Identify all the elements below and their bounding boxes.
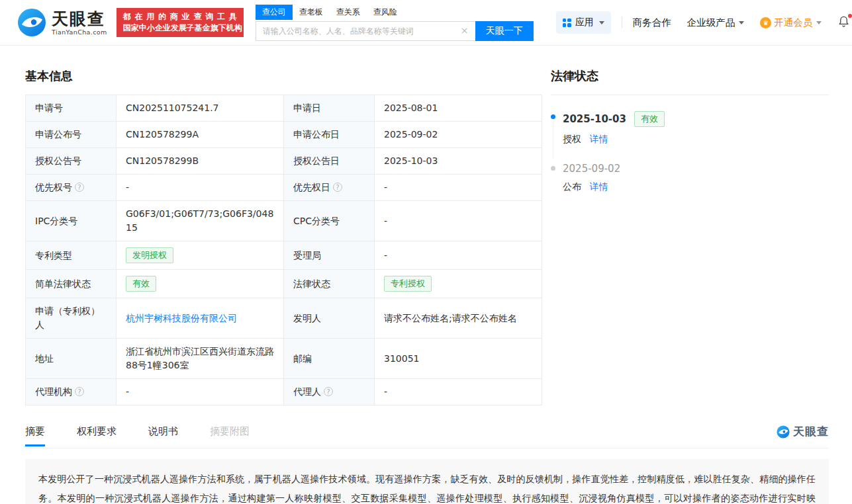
table-row: 申请号 CN202511075241.7 申请日 2025-08-01	[26, 95, 542, 122]
field-label: 简单法律状态	[35, 278, 91, 289]
top-header: 天眼查 TianYanCha.com 都在用的商业查询工具 国家中小企业发展子基…	[0, 0, 852, 46]
field-label: 优先权号	[35, 182, 72, 192]
patent-detail-page: 天眼查 TianYanCha.com 都在用的商业查询工具 国家中小企业发展子基…	[0, 0, 852, 504]
help-icon[interactable]	[75, 183, 84, 192]
help-icon[interactable]	[324, 387, 333, 396]
nav-item-enterprise-products[interactable]: 企业级产品	[687, 17, 745, 29]
nav-item-business-cooperation[interactable]: 商务合作	[633, 17, 671, 29]
timeline-item: 2025-10-03 有效 授权 详情	[551, 111, 829, 146]
status-tag: 有效	[126, 276, 156, 292]
tab-description[interactable]: 说明书	[148, 425, 178, 438]
apps-grid-icon	[563, 19, 571, 27]
field-value: -	[384, 182, 387, 192]
legal-status-timeline: 2025-10-03 有效 授权 详情 2025-09-02 公布	[551, 95, 829, 193]
field-value: CN202511075241.7	[126, 103, 219, 113]
timeline-date: 2025-10-03	[563, 113, 626, 125]
nav-item-open-vip[interactable]: ♛ 开通会员	[760, 17, 822, 29]
chevron-down-icon	[739, 21, 744, 24]
table-row: 申请（专利权）人 杭州宇树科技股份有限公司 发明人 请求不公布姓名;请求不公布姓…	[26, 298, 542, 339]
slogan-line1: 都在用的商业查询工具	[123, 11, 237, 22]
field-value: 浙江省杭州市滨江区西兴街道东流路88号1幢306室	[126, 346, 274, 370]
table-row: 专利类型 发明授权 受理局 -	[26, 241, 542, 270]
field-label: 申请号	[35, 103, 63, 113]
field-value: CN120578299A	[126, 129, 199, 140]
slogan-line2: 国家中小企业发展子基金旗下机构	[123, 22, 237, 34]
search-box: × 天眼一下	[256, 21, 534, 41]
field-label: 专利类型	[35, 250, 72, 261]
timeline-detail-link[interactable]: 详情	[589, 181, 608, 192]
field-label: 代理人	[293, 386, 321, 397]
help-icon[interactable]	[75, 387, 84, 396]
field-value: CN120578299B	[126, 155, 199, 166]
field-label: 申请公布日	[293, 129, 340, 140]
tab-claims[interactable]: 权利要求	[77, 425, 117, 438]
chevron-down-icon	[816, 21, 822, 24]
field-value: -	[126, 386, 129, 397]
chevron-down-icon	[599, 21, 604, 24]
watermark-text: 天眼查	[793, 424, 829, 439]
search-tab-relation[interactable]: 查关系	[330, 5, 367, 20]
basic-info-table: 申请号 CN202511075241.7 申请日 2025-08-01 申请公布…	[25, 95, 542, 405]
notification-bell[interactable]	[837, 15, 850, 30]
header-divider	[622, 17, 622, 28]
legal-status-title: 法律状态	[551, 68, 829, 84]
field-label: 受理局	[293, 250, 321, 261]
legal-status-section: 法律状态 2025-10-03 有效 授权 详情	[551, 68, 829, 210]
crown-icon: ♛	[760, 17, 771, 28]
field-label: 代理机构	[35, 386, 72, 397]
tianyancha-watermark-icon	[777, 425, 790, 439]
field-value: 请求不公布姓名;请求不公布姓名	[384, 313, 517, 323]
timeline-detail-link[interactable]: 详情	[589, 134, 608, 144]
abstract-text: 本发明公开了一种沉浸式机器人遥操作方法和系统，属于机器人遥操作技术领域。现有遥操…	[25, 459, 829, 504]
timeline-date: 2025-09-02	[563, 163, 620, 175]
field-value: G06F3/01;G06T7/73;G06F3/04815	[126, 208, 273, 233]
tianyancha-logo-icon	[17, 8, 46, 37]
timeline-status-tag: 有效	[634, 111, 665, 127]
field-value: -	[384, 250, 387, 261]
timeline-dot-inactive	[551, 166, 555, 171]
clear-icon[interactable]: ×	[459, 25, 470, 36]
tianyancha-logo[interactable]: 天眼查 TianYanCha.com	[17, 8, 107, 37]
header-search-area: 查公司 查老板 查关系 查风险 × 天眼一下	[256, 5, 534, 41]
document-section: 摘要 权利要求 说明书 摘要附图 天眼查 本发明公开了一种沉浸式机器人遥操作方法…	[0, 424, 852, 504]
basic-info-section: 基本信息 申请号 CN202511075241.7 申请日 2025-08-01…	[25, 68, 542, 405]
slogan-badge: 都在用的商业查询工具 国家中小企业发展子基金旗下机构	[117, 8, 244, 37]
field-label: 优先权日	[293, 182, 330, 192]
search-input-wrap: ×	[256, 21, 475, 41]
field-value: -	[384, 216, 387, 226]
search-button[interactable]: 天眼一下	[475, 21, 534, 41]
timeline-event: 授权	[563, 134, 581, 144]
apps-menu-button[interactable]: 应用	[556, 11, 611, 34]
logo-en: TianYanCha.com	[52, 28, 107, 36]
table-row: 简单法律状态 有效 法律状态 专利授权	[26, 270, 542, 298]
logo-text: 天眼查 TianYanCha.com	[52, 10, 107, 36]
field-label: 地址	[35, 353, 54, 364]
tab-abstract[interactable]: 摘要	[25, 425, 45, 438]
field-value: 2025-09-02	[384, 129, 438, 140]
field-value: 2025-08-01	[384, 103, 438, 113]
header-nav: 商务合作 企业级产品 ♛ 开通会员	[633, 17, 822, 29]
field-label: 申请日	[293, 103, 321, 113]
search-tab-company[interactable]: 查公司	[256, 5, 293, 20]
field-value: -	[126, 182, 129, 192]
timeline-dot-active	[551, 114, 555, 119]
document-tabs: 摘要 权利要求 说明书 摘要附图 天眼查	[25, 424, 829, 448]
timeline-item: 2025-09-02 公布 详情	[551, 163, 829, 193]
table-row: 地址 浙江省杭州市滨江区西兴街道东流路88号1幢306室 邮编 310051	[26, 339, 542, 379]
field-value: -	[384, 386, 387, 397]
timeline-event: 公布	[563, 181, 581, 192]
applicant-company-link[interactable]: 杭州宇树科技股份有限公司	[126, 313, 237, 323]
help-icon[interactable]	[333, 183, 342, 192]
table-row: 优先权号 - 优先权日 -	[26, 175, 542, 201]
table-row: 授权公告号 CN120578299B 授权公告日 2025-10-03	[26, 148, 542, 175]
table-row: 申请公布号 CN120578299A 申请公布日 2025-09-02	[26, 122, 542, 148]
tianyancha-watermark: 天眼查	[777, 424, 829, 439]
patent-type-tag: 发明授权	[126, 247, 173, 263]
search-input[interactable]	[256, 21, 475, 41]
search-tab-boss[interactable]: 查老板	[293, 5, 330, 20]
table-row: IPC分类号 G06F3/01;G06T7/73;G06F3/04815 CPC…	[26, 201, 542, 241]
field-label: CPC分类号	[293, 216, 340, 226]
field-label: 申请公布号	[35, 129, 81, 140]
field-label: 授权公告号	[35, 155, 81, 166]
search-tab-risk[interactable]: 查风险	[367, 5, 404, 20]
